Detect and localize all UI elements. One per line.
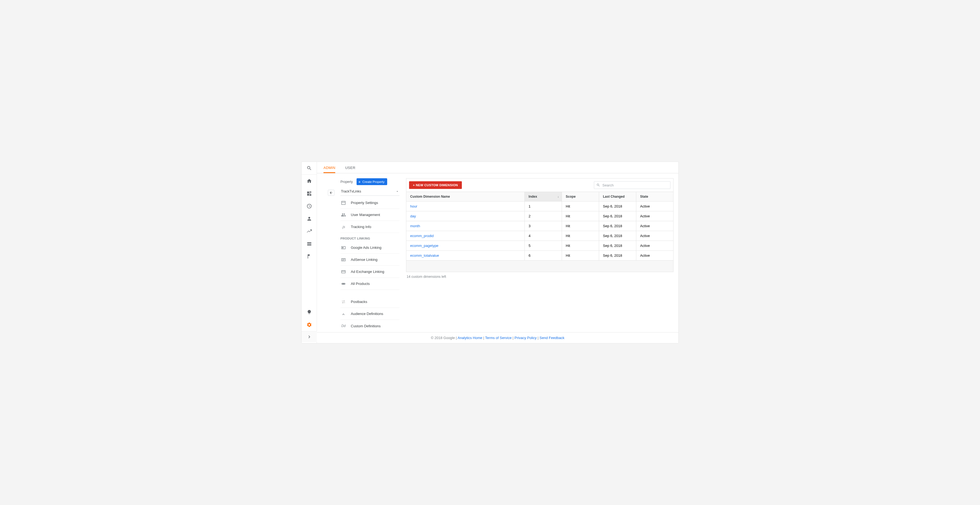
plus-icon: + xyxy=(358,179,361,184)
admin-gear-icon[interactable] xyxy=(302,319,317,331)
sidebar-item-audience-definitions[interactable]: Audience Definitions xyxy=(340,308,399,320)
dimension-name-link[interactable]: ecomm_prodid xyxy=(406,231,525,241)
cell-index: 4 xyxy=(525,231,562,241)
col-header-scope[interactable]: Scope xyxy=(562,192,599,202)
chevron-down-icon xyxy=(396,190,399,193)
table-row: ecomm_totalvalue6HitSep 6, 2018Active xyxy=(406,251,673,260)
sidebar-item-tracking-info[interactable]: .js Tracking Info xyxy=(340,221,399,233)
realtime-icon[interactable] xyxy=(302,200,317,213)
expand-rail-button[interactable] xyxy=(302,331,317,342)
dimension-name-link[interactable]: ecomm_totalvalue xyxy=(406,251,525,260)
acquisition-icon[interactable] xyxy=(302,225,317,238)
home-icon[interactable] xyxy=(302,175,317,187)
sidebar-item-label: Audience Definitions xyxy=(351,312,383,316)
sidebar-item-label: User Management xyxy=(351,213,380,217)
cell-last-changed: Sep 6, 2018 xyxy=(599,211,636,221)
cell-scope: Hit xyxy=(562,251,599,260)
sidebar-item-label: Google Ads Linking xyxy=(351,246,382,249)
cell-last-changed: Sep 6, 2018 xyxy=(599,251,636,260)
create-property-label: Create Property xyxy=(362,180,385,183)
property-label: Property xyxy=(340,180,353,184)
cell-state: Active xyxy=(636,241,673,251)
property-sidebar: Property + Create Property TrackTvLinks xyxy=(317,173,404,332)
cell-state: Active xyxy=(636,251,673,260)
sidebar-item-google-ads-linking[interactable]: Google Ads Linking xyxy=(340,242,399,254)
conversions-icon[interactable] xyxy=(302,250,317,263)
search-icon[interactable] xyxy=(302,162,317,175)
sidebar-item-adsense-linking[interactable]: AdSense Linking xyxy=(340,254,399,266)
cell-last-changed: Sep 6, 2018 xyxy=(599,231,636,241)
settings-box-icon xyxy=(340,200,347,206)
cell-last-changed: Sep 6, 2018 xyxy=(599,202,636,211)
cell-index: 3 xyxy=(525,221,562,231)
link-icon xyxy=(340,281,347,287)
col-header-last-changed[interactable]: Last Changed xyxy=(599,192,636,202)
cell-scope: Hit xyxy=(562,231,599,241)
tab-admin[interactable]: ADMIN xyxy=(323,162,335,173)
svg-point-6 xyxy=(344,283,345,284)
sidebar-item-property-settings[interactable]: Property Settings xyxy=(340,197,399,209)
col-header-state[interactable]: State xyxy=(636,192,673,202)
remaining-count: 14 custom dimensions left xyxy=(407,275,673,279)
property-picker[interactable]: TrackTvLinks xyxy=(340,188,399,196)
audience-icon[interactable] xyxy=(302,213,317,225)
col-header-index-label: Index xyxy=(528,195,537,199)
back-button[interactable] xyxy=(328,190,334,196)
js-icon: .js xyxy=(340,224,347,230)
footer-link-feedback[interactable]: Send Feedback xyxy=(539,336,565,340)
behavior-icon[interactable] xyxy=(302,238,317,250)
cell-scope: Hit xyxy=(562,202,599,211)
dimension-name-link[interactable]: ecomm_pagetype xyxy=(406,241,525,251)
dimension-name-link[interactable]: hour xyxy=(406,202,525,211)
ads-icon xyxy=(340,245,347,251)
people-icon xyxy=(340,212,347,218)
footer-link-privacy[interactable]: Privacy Policy xyxy=(515,336,537,340)
sidebar-item-label: AdSense Linking xyxy=(351,257,378,262)
nav-rail-top xyxy=(302,162,317,306)
sidebar-item-user-management[interactable]: User Management xyxy=(340,209,399,221)
cell-state: Active xyxy=(636,221,673,231)
panel-toolbar: + NEW CUSTOM DIMENSION xyxy=(406,178,673,192)
search-box[interactable] xyxy=(594,181,670,189)
cell-scope: Hit xyxy=(562,241,599,251)
sidebar-item-ad-exchange-linking[interactable]: Ad Exchange Linking xyxy=(340,266,399,278)
cell-index: 1 xyxy=(525,202,562,211)
cell-scope: Hit xyxy=(562,211,599,221)
main-column: ADMIN USER Property + Create Property xyxy=(317,162,678,343)
customization-icon[interactable] xyxy=(302,187,317,200)
cell-state: Active xyxy=(636,202,673,211)
footer-link-analytics-home[interactable]: Analytics Home xyxy=(457,336,482,340)
table-row: month3HitSep 6, 2018Active xyxy=(406,221,673,231)
svg-rect-1 xyxy=(342,247,344,248)
footer-link-tos[interactable]: Terms of Service xyxy=(485,336,512,340)
dimension-name-link[interactable]: day xyxy=(406,211,525,221)
svg-point-5 xyxy=(342,283,343,284)
cell-index: 2 xyxy=(525,211,562,221)
sidebar-item-postbacks[interactable]: Postbacks xyxy=(340,296,399,308)
discover-icon[interactable] xyxy=(302,306,317,319)
cell-last-changed: Sep 6, 2018 xyxy=(599,221,636,231)
sidebar-item-label: Property Settings xyxy=(351,201,378,205)
table-row: ecomm_pagetype5HitSep 6, 2018Active xyxy=(406,241,673,251)
cell-state: Active xyxy=(636,211,673,221)
footer-copyright: © 2018 Google xyxy=(431,336,455,340)
sidebar-item-all-products[interactable]: All Products xyxy=(340,278,399,290)
tab-user[interactable]: USER xyxy=(345,162,355,173)
page-footer: © 2018 Google | Analytics Home | Terms o… xyxy=(317,332,678,343)
new-custom-dimension-button[interactable]: + NEW CUSTOM DIMENSION xyxy=(409,181,462,189)
col-header-index[interactable]: Index ↓ xyxy=(525,192,562,202)
sort-down-icon: ↓ xyxy=(558,195,559,198)
content-panel: + NEW CUSTOM DIMENSION Custom Dimension … xyxy=(404,173,678,332)
svg-rect-4 xyxy=(342,283,345,284)
sidebar-item-label: All Products xyxy=(351,282,370,286)
cell-state: Active xyxy=(636,231,673,241)
section-product-linking: PRODUCT LINKING xyxy=(340,237,399,240)
dimension-name-link[interactable]: month xyxy=(406,221,525,231)
cell-index: 6 xyxy=(525,251,562,260)
sidebar-item-custom-definitions[interactable]: Dd Custom Definitions xyxy=(340,320,399,332)
search-input[interactable] xyxy=(602,183,668,187)
table-row: day2HitSep 6, 2018Active xyxy=(406,211,673,221)
nav-rail xyxy=(302,162,317,343)
col-header-name[interactable]: Custom Dimension Name xyxy=(406,192,525,202)
create-property-button[interactable]: + Create Property xyxy=(356,178,387,185)
